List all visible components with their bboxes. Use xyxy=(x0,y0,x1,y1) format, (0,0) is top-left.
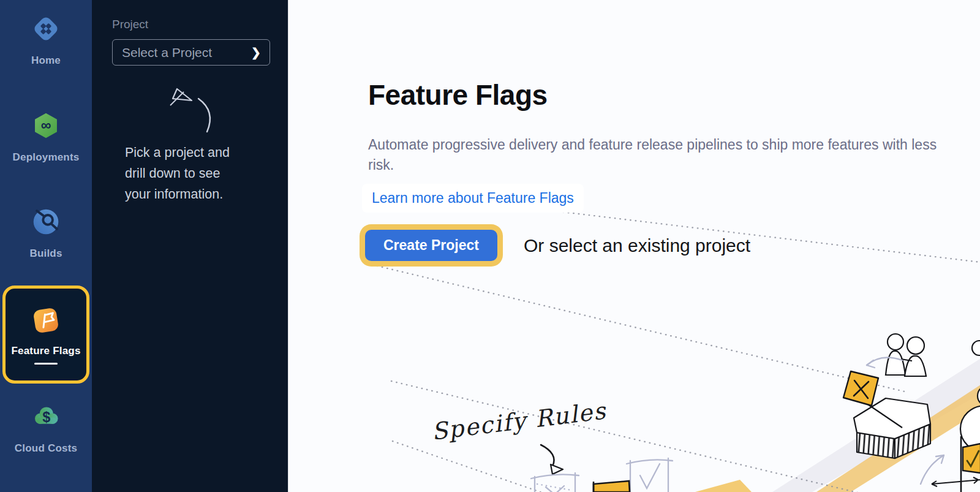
project-panel: Project Select a Project ❯ Pick a projec… xyxy=(92,0,288,492)
project-hint-text: Pick a project and drill down to see you… xyxy=(125,142,230,205)
sidebar-item-label: Cloud Costs xyxy=(15,442,77,455)
sidebar-item-feature-flags[interactable]: Feature Flags xyxy=(2,286,89,384)
feature-flags-page: Specify Rules Feature Flags Automate pro… xyxy=(288,0,980,492)
page-description: Automate progressive delivery and featur… xyxy=(368,135,950,175)
learn-more-plate: Learn more about Feature Flags xyxy=(362,184,584,213)
sidebar-item-label: Deployments xyxy=(13,151,80,164)
sidebar-item-builds[interactable]: Builds xyxy=(0,206,92,260)
active-indicator xyxy=(34,363,58,365)
svg-text:∞: ∞ xyxy=(41,117,51,133)
learn-more-link[interactable]: Learn more about Feature Flags xyxy=(372,190,574,206)
illustration-caption: Specify Rules xyxy=(430,397,608,445)
page-title: Feature Flags xyxy=(368,78,548,112)
deployments-icon: ∞ xyxy=(31,110,61,141)
sidebar-item-label: Builds xyxy=(29,248,62,260)
create-project-button[interactable]: Create Project xyxy=(365,230,497,261)
cta-row: Create Project Or select an existing pro… xyxy=(360,224,750,267)
or-select-text: Or select an existing project xyxy=(524,235,750,256)
svg-text:$: $ xyxy=(42,409,50,425)
project-panel-title: Project xyxy=(112,18,148,31)
module-sidebar: Home ∞ Deployments Builds Feature xyxy=(0,0,92,492)
sidebar-item-home[interactable]: Home xyxy=(0,13,92,67)
sidebar-item-deployments[interactable]: ∞ Deployments xyxy=(0,110,92,164)
chevron-right-icon: ❯ xyxy=(251,45,261,59)
sidebar-item-label: Feature Flags xyxy=(11,345,80,357)
builds-icon xyxy=(31,206,61,237)
select-project-button[interactable]: Select a Project ❯ xyxy=(112,39,270,66)
feature-flags-icon xyxy=(30,305,62,336)
select-project-label: Select a Project xyxy=(122,45,212,60)
home-icon xyxy=(31,13,61,44)
sidebar-item-label: Home xyxy=(31,55,61,67)
sidebar-item-cloud-costs[interactable]: $ Cloud Costs xyxy=(0,401,92,455)
cloud-costs-icon: $ xyxy=(31,401,61,432)
create-project-highlight: Create Project xyxy=(360,224,503,267)
